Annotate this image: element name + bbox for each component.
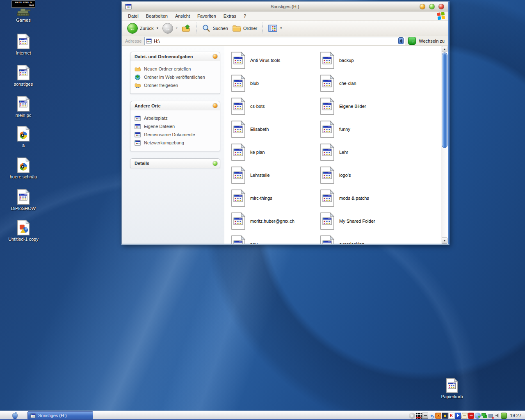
place-gemeinsame-dokumente[interactable]: Gemeinsame Dokumente [135, 130, 217, 139]
views-button[interactable]: ▾ [266, 24, 284, 32]
go-button[interactable]: → [408, 37, 416, 45]
panel-details-header[interactable]: Details [130, 159, 220, 168]
file-item[interactable]: Anti Virus tools [231, 49, 320, 72]
collapse-ball-icon[interactable] [212, 103, 218, 108]
scroll-down-button[interactable]: ▼ [442, 237, 447, 244]
up-button[interactable] [180, 24, 193, 32]
file-item[interactable]: backup [320, 49, 409, 72]
file-item[interactable]: mods & patchs [320, 187, 409, 210]
tray-tablet-icon[interactable] [461, 413, 468, 418]
views-dropdown-icon[interactable]: ▾ [280, 26, 282, 30]
tray-utility-icon[interactable] [501, 413, 507, 419]
file-item[interactable]: Lehr [320, 141, 409, 164]
desktop-icon-label: huere schnäu [7, 174, 40, 179]
doc-window-icon [16, 64, 30, 81]
panel-file-tasks-header[interactable]: Datei- und Ordneraufgaben [130, 52, 220, 61]
folders-button[interactable]: Ordner [230, 24, 259, 32]
scrollbar-thumb[interactable] [442, 52, 447, 148]
file-item[interactable]: che-clan [320, 72, 409, 95]
desktop-icon-internet[interactable]: Internet [7, 33, 40, 55]
desktop-icon-huere-schnau[interactable]: huere schnäu [7, 157, 40, 179]
tray-klite-codec-icon[interactable] [415, 413, 422, 419]
menu-bearbeiten[interactable]: Bearbeiten [142, 12, 171, 20]
file-item[interactable]: blub [231, 72, 320, 95]
desktop-icon-untitled-copy[interactable]: Untitled-1 copy [7, 219, 40, 242]
address-input[interactable]: H:\ [144, 37, 405, 45]
place-arbeitsplatz[interactable]: Arbeitsplatz [135, 114, 217, 122]
file-item[interactable]: ke plan [231, 141, 320, 164]
folder-file-icon [231, 97, 246, 115]
task-new-folder[interactable]: Neuen Ordner erstellen [135, 65, 217, 73]
maximize-button[interactable] [429, 4, 435, 9]
tray-media-player-icon[interactable] [455, 413, 461, 419]
file-item[interactable]: Eigene Bilder [320, 95, 409, 118]
file-item[interactable]: neu [231, 233, 320, 244]
file-label: mods & patchs [339, 196, 369, 201]
file-item[interactable]: moritz.huber@gmx.ch [231, 210, 320, 233]
folder-file-icon [231, 235, 246, 244]
tray-alert-icon[interactable]: x [435, 413, 441, 419]
menu-favoriten[interactable]: Favoriten [194, 12, 220, 20]
place-netzwerkumgebung[interactable]: Netzwerkumgebung [135, 139, 217, 147]
desktop-icon-label: mein pc [7, 113, 40, 118]
panel-title: Datei- und Ordneraufgaben [135, 54, 193, 59]
place-eigene-dateien[interactable]: Eigene Dateien [135, 122, 217, 130]
file-label: overclocking [339, 242, 364, 244]
place-label: Eigene Dateien [144, 124, 175, 129]
tray-antivirus-icon[interactable]: K [448, 413, 454, 419]
menu-datei[interactable]: Datei [124, 12, 142, 20]
desktop-icon-papierkorb[interactable]: Papierkorb [436, 378, 468, 399]
doc-window-icon [445, 378, 459, 393]
tray-quicktime-icon[interactable] [475, 413, 481, 419]
minimize-button[interactable] [420, 4, 425, 9]
tray-network-icon[interactable] [481, 413, 487, 419]
scroll-up-button[interactable]: ▲ [442, 46, 447, 52]
search-icon [202, 24, 211, 32]
file-item[interactable]: funny [320, 118, 409, 141]
tray-ati-control-icon[interactable]: ATI [468, 413, 474, 419]
desktop-icon-diploshow[interactable]: DiPloSHOW [7, 189, 40, 211]
desktop-icon-a[interactable]: a [7, 126, 40, 148]
file-item[interactable]: logo's [320, 164, 409, 187]
apple-start-icon[interactable] [11, 411, 18, 420]
expand-ball-icon[interactable] [212, 161, 218, 166]
vertical-scrollbar[interactable]: ▲ ▼ [441, 46, 448, 244]
menu-help[interactable]: ? [240, 12, 250, 20]
menu-extras[interactable]: Extras [220, 12, 240, 20]
file-label: Anti Virus tools [250, 58, 280, 63]
search-button[interactable]: Suchen [200, 24, 230, 32]
file-item[interactable]: My Shared Folder [320, 210, 409, 233]
panel-file-tasks: Datei- und Ordneraufgaben Neuen Ordner e… [130, 52, 220, 94]
tray-bluetooth-icon[interactable] [429, 413, 435, 419]
tray-disabled-status-icon[interactable]: x [409, 413, 415, 419]
forward-button[interactable]: → ▾ [160, 23, 180, 34]
back-dropdown-icon[interactable]: ▾ [157, 26, 158, 30]
desktop-icon-mein-pc[interactable]: mein pc [7, 96, 40, 118]
tray-network-disconnected-icon[interactable] [488, 413, 494, 419]
address-dropdown-button[interactable] [398, 37, 404, 44]
taskbar-button-sonstiges[interactable]: Sonstiges (H:) [27, 411, 93, 420]
taskbar-clock[interactable]: 19:27 [507, 413, 525, 418]
file-item[interactable]: Elisabeth [231, 118, 320, 141]
shared-documents-icon [135, 132, 141, 138]
task-publish-web[interactable]: Ordner im Web veröffentlichen [135, 73, 217, 81]
back-button[interactable]: ← Zurück ▾ [125, 23, 160, 34]
task-share-folder[interactable]: Ordner freigeben [135, 81, 217, 89]
file-item[interactable]: Lehrstelle [231, 164, 320, 187]
folder-file-icon [320, 235, 335, 244]
panel-other-places-header[interactable]: Andere Orte [130, 101, 220, 110]
tray-volume-icon[interactable] [494, 413, 500, 419]
menu-ansicht[interactable]: Ansicht [171, 12, 194, 20]
toolbar: ← Zurück ▾ → ▾ Suchen Ordner [122, 21, 448, 36]
tray-security-lock-icon[interactable] [442, 413, 448, 419]
desktop-icon-games[interactable]: BATTLEFIELD1942 Games [7, 0, 40, 23]
collapse-ball-icon[interactable] [212, 54, 218, 59]
file-item[interactable]: mirc-things [231, 187, 320, 210]
titlebar[interactable]: Sonstiges (H:) [122, 2, 448, 11]
tray-print-monitor-icon[interactable] [422, 413, 428, 419]
new-folder-icon [135, 66, 141, 72]
file-item[interactable]: cs-bots [231, 95, 320, 118]
desktop-icon-sonstiges[interactable]: sonstiges [7, 64, 40, 87]
file-item[interactable]: overclocking [320, 233, 409, 244]
close-button[interactable] [438, 4, 444, 9]
